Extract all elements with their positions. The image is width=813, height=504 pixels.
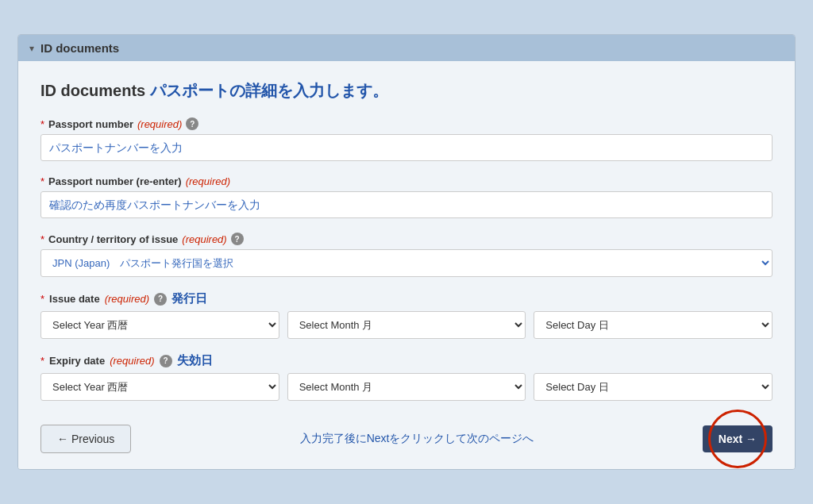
passport-reenter-group: * Passport number (re-enter) (required): [40, 175, 773, 218]
issue-month-select[interactable]: Select Month 月: [287, 311, 526, 339]
issue-date-help-icon[interactable]: ?: [154, 293, 167, 306]
footer-row: ← Previous 入力完了後にNextをクリックして次のページへ Next …: [40, 417, 773, 453]
country-help-icon[interactable]: ?: [231, 233, 244, 245]
passport-number-label: * Passport number (required) ?: [40, 117, 773, 130]
issue-day-group: Select Day 日: [534, 311, 773, 339]
issue-month-group: Select Month 月: [287, 311, 526, 339]
expiry-year-group: Select Year 西暦: [40, 373, 279, 401]
required-star-3: *: [40, 233, 44, 245]
country-label-text: Country / territory of issue: [48, 233, 178, 245]
page-title-japanese: パスポートの詳細を入力します。: [150, 82, 388, 99]
expiry-date-label-row: * Expiry date (required) ? 失効日: [40, 353, 773, 368]
issue-date-label-text: Issue date: [49, 293, 100, 305]
passport-number-required: (required): [137, 118, 182, 130]
expiry-date-selects: Select Year 西暦 Select Month 月 Select Day…: [40, 373, 773, 401]
expiry-month-select[interactable]: Select Month 月: [287, 373, 526, 401]
passport-reenter-label-text: Passport number (re-enter): [48, 175, 182, 187]
required-star-2: *: [40, 175, 44, 187]
expiry-year-select[interactable]: Select Year 西暦: [40, 373, 279, 401]
main-container: ▾ ID documents ID documents パスポートの詳細を入力し…: [17, 34, 796, 470]
country-select[interactable]: JPN (Japan) パスポート発行国を選択 USA (United Stat…: [40, 249, 773, 277]
section-header: ▾ ID documents: [18, 35, 795, 61]
next-button[interactable]: Next →: [703, 425, 773, 452]
country-select-wrapper: JPN (Japan) パスポート発行国を選択 USA (United Stat…: [40, 249, 773, 277]
passport-number-input[interactable]: [40, 134, 773, 161]
passport-number-label-text: Passport number: [48, 118, 133, 130]
next-button-wrapper: Next →: [703, 425, 773, 452]
footer-hint-text: 入力完了後にNextをクリックして次のページへ: [131, 432, 702, 446]
page-title-english: ID documents: [40, 82, 145, 99]
expiry-date-required: (required): [110, 355, 154, 367]
expiry-date-jp-label: 失効日: [177, 353, 213, 368]
collapse-arrow-icon[interactable]: ▾: [29, 43, 34, 54]
issue-date-label-row: * Issue date (required) ? 発行日: [40, 291, 773, 306]
issue-date-selects: Select Year 西暦 Select Month 月 Select Day…: [40, 311, 773, 339]
issue-date-required: (required): [105, 293, 149, 305]
form-body: ID documents パスポートの詳細を入力します。 * Passport …: [18, 61, 795, 469]
page-title: ID documents パスポートの詳細を入力します。: [40, 80, 773, 102]
passport-number-group: * Passport number (required) ?: [40, 117, 773, 161]
expiry-date-group: * Expiry date (required) ? 失効日 Select Ye…: [40, 353, 773, 401]
issue-year-select[interactable]: Select Year 西暦: [40, 311, 279, 339]
issue-year-group: Select Year 西暦: [40, 311, 279, 339]
expiry-date-label-text: Expiry date: [49, 355, 105, 367]
passport-reenter-required: (required): [186, 175, 230, 187]
expiry-month-group: Select Month 月: [287, 373, 526, 401]
issue-date-group: * Issue date (required) ? 発行日 Select Yea…: [40, 291, 773, 339]
expiry-day-group: Select Day 日: [534, 373, 773, 401]
country-label: * Country / territory of issue (required…: [40, 233, 773, 245]
expiry-date-help-icon[interactable]: ?: [160, 355, 172, 367]
previous-button[interactable]: ← Previous: [40, 425, 131, 453]
issue-day-select[interactable]: Select Day 日: [534, 311, 773, 339]
required-star-4: *: [40, 293, 44, 305]
required-star-5: *: [40, 355, 44, 367]
issue-date-jp-label: 発行日: [171, 291, 207, 306]
country-required: (required): [182, 233, 226, 245]
passport-number-help-icon[interactable]: ?: [186, 117, 198, 130]
passport-reenter-input[interactable]: [40, 191, 773, 218]
required-star-1: *: [40, 118, 44, 130]
passport-reenter-label: * Passport number (re-enter) (required): [40, 175, 773, 187]
section-title: ID documents: [40, 41, 119, 55]
country-group: * Country / territory of issue (required…: [40, 233, 773, 277]
expiry-day-select[interactable]: Select Day 日: [534, 373, 773, 401]
